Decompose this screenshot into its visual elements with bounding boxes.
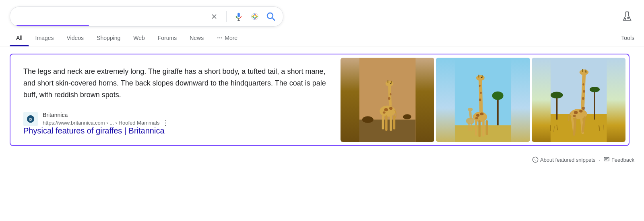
svg-point-53 [479,98,481,101]
svg-rect-41 [475,120,477,136]
divider [226,11,227,22]
microphone-icon[interactable] [233,11,244,22]
giraffe-image-2[interactable] [436,58,530,142]
svg-point-66 [590,87,600,92]
feedback-icon [603,156,610,163]
tab-videos[interactable]: Videos [60,31,90,46]
search-underline [17,25,89,26]
snippet-text-area: The legs and neck are extremely long. Th… [10,54,341,145]
svg-point-77 [574,111,578,114]
svg-rect-42 [479,120,481,137]
giraffe-image-1[interactable] [341,58,434,142]
svg-point-50 [476,114,479,117]
svg-point-12 [217,38,219,39]
svg-point-39 [492,92,504,100]
giraffe-image-3[interactable] [532,58,625,142]
snippet-link[interactable]: Physical features of giraffes | Britanni… [23,126,165,135]
question-icon: ? [532,156,539,163]
tab-shopping[interactable]: Shopping [90,31,127,46]
svg-rect-57 [469,123,470,131]
snippet-source: B Britannica https://www.britannica.com … [23,112,328,126]
google-lens-icon[interactable] [249,11,260,22]
svg-rect-47 [479,75,479,78]
snippet-description: The legs and neck are extremely long. Th… [23,66,328,100]
svg-text:?: ? [535,158,537,162]
tab-more[interactable]: More [210,31,244,46]
footer-separator: · [599,157,600,163]
source-info: Britannica https://www.britannica.com › … [43,112,169,126]
svg-rect-63 [556,97,557,120]
svg-point-13 [219,38,221,39]
svg-point-80 [582,107,585,110]
svg-point-54 [480,92,482,94]
lab-icon[interactable] [620,9,634,24]
svg-point-27 [386,81,394,86]
svg-rect-22 [382,115,384,129]
main-content: The legs and neck are extremely long. Th… [0,46,644,146]
svg-point-79 [573,115,576,117]
svg-text:B: B [29,117,32,121]
svg-point-19 [362,116,374,123]
svg-point-76 [585,71,586,73]
svg-rect-28 [388,80,388,83]
svg-point-49 [481,77,483,78]
svg-point-11 [627,17,629,19]
search-header: what does a giraffe look like [0,0,644,27]
svg-point-31 [384,108,388,111]
svg-point-20 [403,114,411,119]
svg-point-35 [390,93,391,96]
tab-images[interactable]: Images [29,31,60,46]
svg-rect-25 [393,115,396,129]
snippet-source-block: B Britannica https://www.britannica.com … [23,112,328,136]
svg-rect-24 [390,115,392,131]
tab-web[interactable]: Web [127,31,151,46]
more-dots-icon [217,35,223,41]
search-icons [208,11,277,22]
svg-rect-91 [604,157,609,161]
svg-point-83 [582,83,584,86]
svg-point-51 [480,113,484,115]
tab-all[interactable]: All [10,31,29,46]
svg-point-82 [583,90,585,93]
search-input[interactable]: what does a giraffe look like [17,13,205,21]
search-submit-icon[interactable] [265,11,277,22]
tools-button[interactable]: Tools [621,31,634,46]
feedback-link[interactable]: Feedback [603,156,634,163]
britannica-logo: B [26,115,35,123]
svg-point-6 [254,15,256,18]
svg-point-21 [380,106,395,117]
search-bar[interactable]: what does a giraffe look like [10,6,283,27]
svg-rect-65 [594,92,595,120]
svg-point-34 [388,97,390,100]
svg-point-30 [390,83,392,84]
featured-snippet-card: The legs and neck are extremely long. Th… [10,54,630,146]
feedback-label: Feedback [611,157,634,163]
svg-point-14 [221,38,223,39]
about-snippets-link[interactable]: ? About featured snippets [532,156,595,163]
svg-rect-74 [582,69,583,72]
source-options-button[interactable]: ⋮ [162,119,169,126]
svg-rect-29 [391,81,392,83]
svg-point-73 [579,69,588,75]
svg-rect-38 [497,97,499,125]
tab-news[interactable]: News [183,31,210,46]
svg-point-78 [579,110,582,113]
svg-point-52 [475,117,478,119]
svg-point-60 [468,108,473,111]
svg-point-81 [582,97,584,100]
svg-point-7 [267,13,273,19]
clear-icon[interactable] [208,11,220,22]
svg-rect-58 [471,123,472,131]
tab-forums[interactable]: Forums [151,31,183,46]
source-url: https://www.britannica.com › ... › Hoofe… [43,120,159,126]
about-snippets-label: About featured snippets [540,157,595,163]
svg-rect-2 [237,13,240,17]
svg-rect-23 [385,115,388,131]
svg-point-46 [476,75,485,81]
source-name: Britannica [43,112,169,118]
svg-point-32 [389,107,392,110]
svg-line-8 [272,18,275,21]
source-favicon: B [23,112,38,126]
svg-rect-43 [483,120,485,136]
svg-rect-61 [551,58,607,114]
